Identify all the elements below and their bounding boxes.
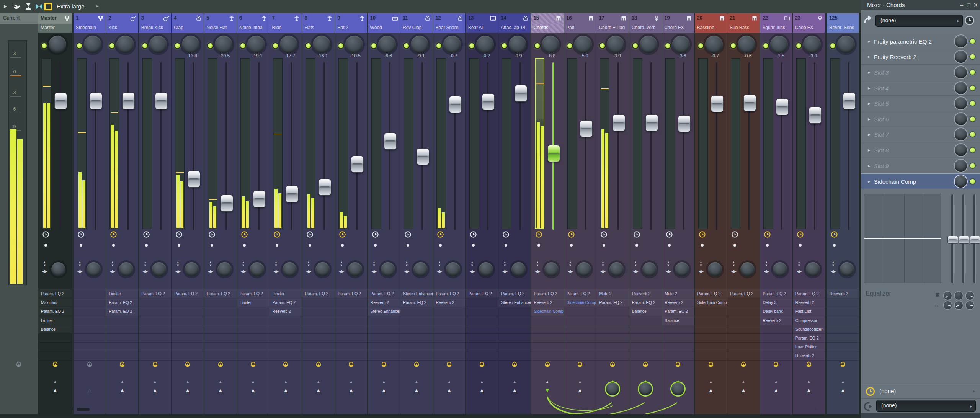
strip-enable-led[interactable] xyxy=(403,42,410,49)
plugin-slot-empty[interactable] xyxy=(139,298,171,307)
pan-knob[interactable] xyxy=(182,36,199,53)
slot-mix-knob[interactable] xyxy=(955,82,967,94)
pan-knob[interactable] xyxy=(640,36,657,53)
pan-knob[interactable] xyxy=(313,36,330,53)
route-up-small-icon[interactable]: ▲ xyxy=(204,380,237,384)
strip-header[interactable]: 21 xyxy=(727,13,760,24)
plugin-slot-empty[interactable] xyxy=(695,334,727,343)
mute-dot[interactable] xyxy=(80,244,82,247)
plugin-slot[interactable]: Param. EQ 2 xyxy=(204,289,237,298)
fader-track[interactable] xyxy=(356,62,358,230)
strip-header-name[interactable]: Clap xyxy=(172,24,204,33)
plugin-slot-empty[interactable] xyxy=(368,351,400,360)
slot-mix-knob[interactable] xyxy=(955,160,967,172)
plugin-slot[interactable]: Reeverb 2 xyxy=(793,298,825,307)
strip-enable-led[interactable] xyxy=(567,42,573,49)
plugin-slot-empty[interactable] xyxy=(564,334,596,343)
strip-header[interactable]: 17 xyxy=(596,13,629,24)
plugin-slot[interactable]: Soundgoodizer xyxy=(793,325,825,334)
fader-track[interactable] xyxy=(193,62,194,230)
route-to-master-icon[interactable]: ▲ xyxy=(400,387,433,394)
effect-slot-3[interactable]: ▶Slot 3 xyxy=(861,65,980,80)
plugin-slot-empty[interactable] xyxy=(74,289,106,298)
pan-knob[interactable] xyxy=(705,36,723,53)
strip-enable-led[interactable] xyxy=(41,42,47,49)
fader-track[interactable] xyxy=(716,62,717,230)
pan-knob[interactable] xyxy=(837,36,855,53)
route-up-small-icon[interactable]: ▲ xyxy=(400,380,433,384)
volume-fader[interactable] xyxy=(580,120,593,137)
plugin-slot-empty[interactable] xyxy=(629,325,662,334)
route-to-master-icon[interactable]: ▲ xyxy=(760,387,792,394)
strip-header-name[interactable]: Noise..mbal xyxy=(237,24,269,33)
route-up-small-icon[interactable]: ▲ xyxy=(498,380,531,384)
strip-header[interactable]: 4 xyxy=(172,13,204,24)
swap-channels-icon[interactable]: ▲▼ xyxy=(78,261,81,267)
plugin-slot-empty[interactable] xyxy=(172,334,204,343)
plugin-slot[interactable]: Param. EQ 2 xyxy=(38,289,72,298)
plugin-slot-empty[interactable] xyxy=(433,316,465,325)
strip-header[interactable]: 6 xyxy=(237,13,269,24)
mute-dot[interactable] xyxy=(145,244,148,247)
route-to-master-icon[interactable]: ▲ xyxy=(237,387,269,394)
output-plug-icon[interactable] xyxy=(641,361,650,370)
volume-fader[interactable] xyxy=(645,114,658,131)
strip-enable-led[interactable] xyxy=(534,42,541,49)
strip-header-name[interactable]: Chord..verb xyxy=(629,24,662,33)
strip-enable-led[interactable] xyxy=(109,42,115,49)
input-clock-button[interactable] xyxy=(964,15,975,26)
plugin-slot[interactable]: Param. EQ 2 xyxy=(793,334,825,343)
plugin-slot-empty[interactable] xyxy=(74,334,106,343)
strip-enable-led[interactable] xyxy=(142,42,148,49)
plugin-slot-empty[interactable] xyxy=(564,307,596,316)
color-swatch-icon[interactable] xyxy=(44,3,52,10)
slot-enable-led[interactable] xyxy=(969,38,976,44)
mute-dot[interactable] xyxy=(603,244,605,247)
plugin-slot-empty[interactable] xyxy=(139,316,171,325)
plugin-slot-empty[interactable] xyxy=(74,351,106,360)
route-up-small-icon[interactable]: ▲ xyxy=(727,380,760,384)
fader-track[interactable] xyxy=(95,62,96,230)
sidechain-send-knob[interactable] xyxy=(639,382,652,395)
route-to-master-icon[interactable]: ▲ xyxy=(270,387,302,394)
volume-fader[interactable] xyxy=(776,98,789,115)
fader-track[interactable] xyxy=(323,62,325,230)
plugin-slot-empty[interactable] xyxy=(139,307,171,316)
plugin-slot-empty[interactable] xyxy=(400,307,433,316)
plugin-slot[interactable]: Limiter xyxy=(38,316,72,325)
mute-dot[interactable] xyxy=(178,244,180,247)
stereo-separation-knob[interactable] xyxy=(544,262,559,276)
swap-channels-icon[interactable]: ▲▼ xyxy=(43,261,46,267)
effect-slot-8[interactable]: ▶Slot 8 xyxy=(861,142,980,158)
plugin-slot-empty[interactable] xyxy=(433,334,465,343)
slot-enable-led[interactable] xyxy=(969,162,976,169)
plugin-slot-empty[interactable] xyxy=(368,325,400,334)
pan-knob[interactable] xyxy=(476,36,494,53)
strip-header[interactable]: 10 xyxy=(368,13,400,24)
plugin-slot-empty[interactable] xyxy=(400,343,433,351)
slot-enable-led[interactable] xyxy=(969,54,976,60)
dock-tool-icon[interactable] xyxy=(24,2,33,11)
plugin-slot[interactable]: Param. EQ 2 xyxy=(139,289,171,298)
slot-enable-led[interactable] xyxy=(969,131,976,138)
plugin-slot-empty[interactable] xyxy=(498,334,531,343)
stereo-separation-knob[interactable] xyxy=(413,262,428,276)
strip-header[interactable]: 125 xyxy=(827,13,859,24)
strip-enable-led[interactable] xyxy=(632,42,639,49)
route-up-small-icon[interactable]: ▲ xyxy=(302,380,335,384)
slot-mix-knob[interactable] xyxy=(955,66,967,78)
strip-current-header[interactable]: Current xyxy=(0,13,38,24)
route-to-master-icon[interactable]: ▲ xyxy=(498,387,531,394)
stereo-separation-knob[interactable] xyxy=(152,262,166,276)
strip-header-name[interactable]: Rever..Send xyxy=(827,24,859,33)
plugin-slot[interactable]: Love Philter xyxy=(793,343,825,351)
plugin-slot[interactable]: Param. EQ 2 xyxy=(760,289,792,298)
slot-expand-icon[interactable]: ▶ xyxy=(868,133,870,136)
plugin-slot-empty[interactable] xyxy=(827,343,859,351)
plugin-slot[interactable]: Param. EQ 2 xyxy=(596,298,629,307)
output-plug-icon[interactable] xyxy=(543,361,552,370)
plugin-slot-empty[interactable] xyxy=(498,351,531,360)
output-plug-icon[interactable] xyxy=(151,361,160,370)
route-up-small-icon[interactable]: ▲ xyxy=(564,380,596,384)
fader-track[interactable] xyxy=(160,62,162,230)
